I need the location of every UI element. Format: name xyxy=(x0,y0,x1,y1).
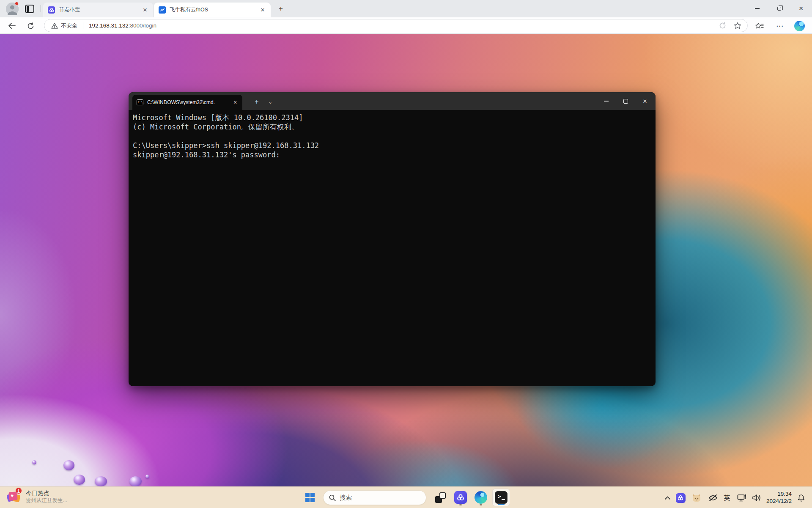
favorite-star-icon[interactable] xyxy=(734,22,741,29)
ethernet-network-icon xyxy=(737,494,746,502)
terminal-line: (c) Microsoft Corporation。保留所有权利。 xyxy=(133,122,651,132)
ime-language-indicator[interactable]: 英 xyxy=(721,492,732,504)
terminal-tab-dropdown-icon[interactable]: ⌄ xyxy=(265,96,276,108)
clock-date: 2024/12/2 xyxy=(762,497,792,505)
terminal-output[interactable]: Microsoft Windows [版本 10.0.26100.2314] (… xyxy=(129,110,656,386)
terminal-close-button[interactable]: ✕ xyxy=(635,92,655,110)
droplet xyxy=(129,476,142,486)
taskbar: ♥ 1 今日热点 贵州从江县发生... 搜索 xyxy=(0,486,812,508)
clock[interactable]: 19:34 2024/12/2 xyxy=(762,490,792,505)
task-view-button[interactable] xyxy=(431,489,449,506)
taskbar-search-input[interactable]: 搜索 xyxy=(323,490,426,505)
back-button[interactable] xyxy=(6,20,18,31)
task-view-icon xyxy=(435,492,446,503)
volume-button[interactable] xyxy=(750,492,763,504)
news-widget-button[interactable]: ♥ 1 今日热点 贵州从江县发生... xyxy=(7,489,67,504)
webpage-background: C:\_ C:\WINDOWS\system32\cmd. ✕ + ⌄ ✕ Mi… xyxy=(0,34,812,486)
terminal-line: C:\Users\skipper>ssh skipper@192.168.31.… xyxy=(133,141,651,150)
browser-tab-bar: 节点小宝 ✕ 飞牛私有云fnOS ✕ + ✕ xyxy=(0,0,812,17)
address-bar[interactable]: 不安全 192.168.31.132:8000/login xyxy=(44,19,748,32)
tab-jiedianxiaobao[interactable]: 节点小宝 ✕ xyxy=(43,3,153,17)
windows-logo-icon xyxy=(305,493,315,502)
address-separator xyxy=(83,22,83,29)
cmd-icon: C:\_ xyxy=(137,99,143,105)
fnos-favicon-icon xyxy=(159,6,166,14)
terminal-line: skipper@192.168.31.132's password: xyxy=(133,150,651,159)
tab-close-icon[interactable]: ✕ xyxy=(259,6,266,14)
jiedianxiaobao-favicon-icon xyxy=(48,6,55,14)
profile-notification-dot xyxy=(15,2,19,5)
active-running-indicator xyxy=(498,504,505,505)
back-arrow-icon xyxy=(8,23,16,29)
tray-show-hidden-icons-button[interactable] xyxy=(662,492,672,504)
terminal-line: Microsoft Windows [版本 10.0.26100.2314] xyxy=(133,113,651,122)
browser-close-button[interactable]: ✕ xyxy=(790,0,812,17)
terminal-tab[interactable]: C:\_ C:\WINDOWS\system32\cmd. ✕ xyxy=(132,95,242,110)
taskbar-app-terminal[interactable]: > xyxy=(492,489,510,506)
chevron-up-icon xyxy=(665,496,670,500)
tab-close-icon[interactable]: ✕ xyxy=(141,6,149,14)
favorites-button[interactable] xyxy=(754,20,765,31)
browser-window-controls: ✕ xyxy=(746,0,812,17)
browser-menu-button[interactable]: ⋯ xyxy=(774,20,786,31)
clock-time: 19:34 xyxy=(762,490,792,497)
favorites-list-icon xyxy=(755,22,764,30)
not-secure-warning-icon xyxy=(51,23,58,29)
tab-fnos[interactable]: 飞牛私有云fnOS ✕ xyxy=(154,3,271,17)
minimize-icon xyxy=(755,8,760,8)
refresh-button[interactable] xyxy=(25,20,36,31)
terminal-line xyxy=(133,132,651,141)
heart-icon: ♥ xyxy=(11,493,14,499)
terminal-window: C:\_ C:\WINDOWS\system32\cmd. ✕ + ⌄ ✕ Mi… xyxy=(129,92,656,386)
terminal-maximize-button[interactable] xyxy=(616,92,635,110)
terminal-minimize-button[interactable] xyxy=(596,92,616,110)
jiedianxiaobao-app-icon xyxy=(454,491,467,504)
news-headline: 贵州从江县发生... xyxy=(26,497,67,504)
tray-jiedianxiaobao-icon[interactable] xyxy=(675,492,686,504)
refresh-icon xyxy=(27,22,34,30)
edge-icon xyxy=(475,491,487,504)
taskbar-app-jiedianxiaobao[interactable] xyxy=(452,489,469,506)
restore-icon xyxy=(777,7,781,11)
running-indicator xyxy=(480,504,482,505)
terminal-tab-close-icon[interactable]: ✕ xyxy=(231,100,239,105)
running-indicator xyxy=(459,504,462,505)
tray-hidden-status-icon[interactable] xyxy=(707,492,719,504)
network-status-button[interactable] xyxy=(736,492,748,504)
tab-title: 飞牛私有云fnOS xyxy=(170,6,256,14)
search-icon xyxy=(329,494,336,501)
new-tab-button[interactable]: + xyxy=(276,4,286,14)
browser-toolbar: 不安全 192.168.31.132:8000/login ⋯ xyxy=(0,17,812,34)
start-button[interactable] xyxy=(301,489,319,506)
terminal-window-controls: ✕ xyxy=(596,92,655,110)
security-label: 不安全 xyxy=(61,22,77,30)
search-placeholder: 搜索 xyxy=(340,494,352,502)
bell-icon xyxy=(798,494,805,502)
tab-separator xyxy=(41,5,41,12)
sync-disabled-icon[interactable] xyxy=(719,22,726,29)
url-suffix: :8000/login xyxy=(129,22,156,29)
news-widget-icon: ♥ 1 xyxy=(7,489,22,504)
news-title: 今日热点 xyxy=(26,489,67,497)
tray-pet-icon[interactable] xyxy=(691,492,702,504)
notifications-button[interactable] xyxy=(795,492,807,504)
tab-actions-icon[interactable] xyxy=(25,5,34,13)
speaker-icon xyxy=(752,494,761,502)
droplet xyxy=(63,460,74,470)
droplet xyxy=(32,460,36,464)
browser-restore-button[interactable] xyxy=(768,0,790,17)
taskbar-app-edge[interactable] xyxy=(472,489,490,506)
browser-minimize-button[interactable] xyxy=(746,0,768,17)
news-badge: 1 xyxy=(15,487,22,494)
url-host: 192.168.31.132 xyxy=(89,22,129,29)
terminal-new-tab-button[interactable]: + xyxy=(250,96,263,108)
terminal-title-bar[interactable]: C:\_ C:\WINDOWS\system32\cmd. ✕ + ⌄ ✕ xyxy=(129,92,656,110)
copilot-icon[interactable] xyxy=(794,21,805,31)
droplet xyxy=(145,475,149,478)
maximize-icon xyxy=(623,99,628,104)
droplet xyxy=(95,476,107,486)
terminal-app-icon: > xyxy=(495,491,508,504)
droplet xyxy=(74,475,85,485)
tab-title: 节点小宝 xyxy=(59,6,139,14)
minimize-icon xyxy=(604,101,609,101)
